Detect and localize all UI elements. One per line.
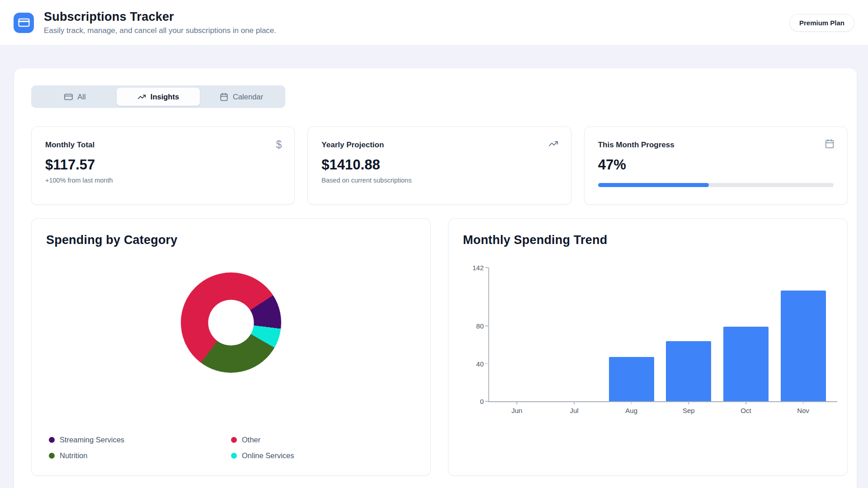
legend-item: Nutrition — [49, 451, 231, 460]
charts-row: Spending by Category Streaming ServicesO… — [31, 218, 848, 476]
spending-by-category-card: Spending by Category Streaming ServicesO… — [31, 218, 431, 476]
donut-chart[interactable] — [181, 272, 281, 373]
header-text: Subscriptions Tracker Easily track, mana… — [44, 10, 276, 35]
legend-item: Other — [231, 436, 413, 444]
stat-title: This Month Progress — [598, 141, 834, 150]
tab-bar: All Insights Calendar — [31, 85, 285, 108]
x-tick-label: Nov — [797, 407, 809, 414]
legend-label: Other — [242, 436, 260, 444]
trending-up-icon — [548, 139, 558, 150]
stat-title: Yearly Projection — [321, 141, 557, 150]
y-tick-mark — [485, 325, 488, 326]
bar-chart: 04080142JunJulAugSepOctNov — [488, 267, 832, 401]
progress-bar — [598, 183, 834, 187]
month-progress-card: This Month Progress 47% — [584, 127, 848, 205]
page-title: Subscriptions Tracker — [44, 10, 276, 24]
x-tick-mark — [574, 401, 575, 404]
stat-value: $117.57 — [45, 157, 281, 173]
legend-dot — [49, 437, 55, 443]
stat-subtext: Based on current subscriptions — [321, 177, 557, 184]
y-tick-label: 0 — [480, 398, 484, 405]
x-tick-label: Aug — [625, 407, 637, 414]
x-tick-mark — [803, 401, 804, 404]
y-axis-line — [488, 267, 489, 401]
app-header: Subscriptions Tracker Easily track, mana… — [0, 0, 868, 46]
x-tick-label: Jun — [511, 407, 522, 414]
y-tick-label: 40 — [476, 360, 484, 367]
progress-fill — [598, 183, 709, 187]
dollar-icon: $ — [276, 139, 282, 151]
credit-card-icon — [18, 17, 30, 28]
bar-sep[interactable] — [666, 341, 711, 401]
bar-chart-title: Monthly Spending Trend — [463, 233, 833, 247]
tab-all[interactable]: All — [33, 88, 117, 106]
legend-dot — [231, 437, 237, 443]
y-tick-mark — [485, 267, 488, 268]
tab-calendar[interactable]: Calendar — [200, 88, 283, 106]
page-subtitle: Easily track, manage, and cancel all you… — [44, 26, 276, 35]
legend-label: Streaming Services — [60, 436, 124, 444]
legend-item: Streaming Services — [49, 436, 231, 444]
bar-aug[interactable] — [609, 357, 654, 401]
donut-hole — [208, 300, 254, 346]
legend-label: Nutrition — [60, 451, 87, 460]
main-panel: All Insights Calendar Monthly Total $ $1… — [14, 68, 857, 488]
legend-dot — [231, 453, 237, 459]
pie-chart-title: Spending by Category — [46, 233, 416, 247]
tab-insights[interactable]: Insights — [117, 88, 200, 106]
bar-nov[interactable] — [781, 291, 826, 401]
y-tick-mark — [485, 401, 488, 402]
calendar-icon — [825, 139, 835, 150]
x-tick-mark — [517, 401, 518, 404]
donut-legend: Streaming ServicesOtherNutritionOnline S… — [46, 436, 416, 463]
tab-label: Insights — [151, 93, 179, 101]
x-tick-mark — [631, 401, 632, 404]
legend-dot — [49, 453, 55, 459]
x-tick-label: Sep — [683, 407, 695, 414]
x-tick-label: Oct — [741, 407, 751, 414]
stat-value: $1410.88 — [321, 157, 557, 173]
monthly-total-card: Monthly Total $ $117.57 +100% from last … — [31, 127, 295, 205]
x-tick-mark — [745, 401, 746, 404]
x-tick-label: Jul — [570, 407, 578, 414]
tab-label: All — [77, 93, 85, 101]
legend-label: Online Services — [242, 451, 294, 460]
app-logo — [14, 13, 34, 33]
premium-plan-badge[interactable]: Premium Plan — [789, 14, 854, 32]
stat-title: Monthly Total — [45, 141, 281, 150]
calendar-icon — [220, 93, 228, 101]
header-brand: Subscriptions Tracker Easily track, mana… — [14, 10, 276, 35]
bar-oct[interactable] — [723, 327, 769, 401]
stat-value: 47% — [598, 157, 834, 173]
y-tick-mark — [485, 363, 488, 364]
stats-row: Monthly Total $ $117.57 +100% from last … — [31, 127, 848, 205]
x-tick-mark — [689, 401, 689, 404]
legend-item: Online Services — [231, 451, 413, 460]
monthly-trend-card: Monthly Spending Trend 04080142JunJulAug… — [448, 218, 848, 476]
y-tick-label: 80 — [476, 322, 484, 330]
x-axis-line — [488, 401, 837, 402]
trending-up-icon — [137, 93, 146, 101]
credit-card-icon — [64, 93, 73, 101]
tab-label: Calendar — [233, 93, 263, 101]
yearly-projection-card: Yearly Projection $1410.88 Based on curr… — [307, 127, 571, 205]
y-tick-label: 142 — [472, 264, 484, 272]
stat-subtext: +100% from last month — [45, 177, 281, 184]
